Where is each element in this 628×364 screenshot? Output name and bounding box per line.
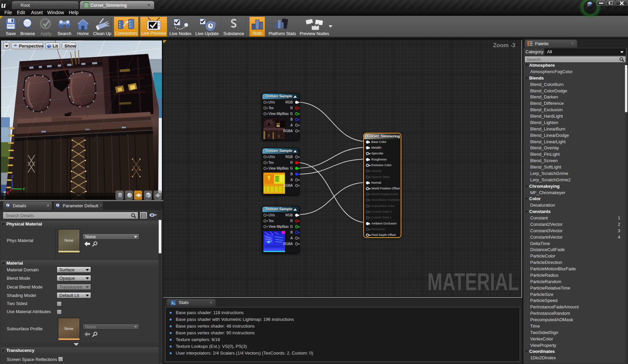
- svg-text:Z: Z: [11, 175, 13, 179]
- svg-text:Y: Y: [23, 187, 25, 191]
- svg-text:X: X: [6, 191, 9, 195]
